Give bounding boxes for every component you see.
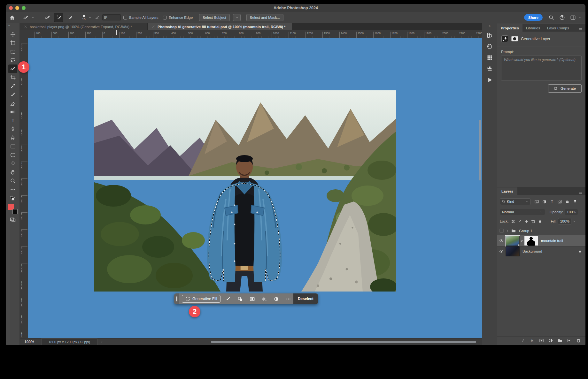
blend-mode-select[interactable]: Normal <box>500 209 545 215</box>
background-color-swatch[interactable] <box>12 209 18 214</box>
swap-colors-icon[interactable] <box>10 196 16 202</box>
tab-generative-fill-tutorial[interactable]: Photoshop AI generative fill tutorial.ps… <box>148 23 292 30</box>
chevron-right-icon[interactable] <box>100 340 104 344</box>
frame-filter-icon[interactable] <box>557 199 562 204</box>
folder-icon[interactable] <box>558 338 562 343</box>
collapse-panels-icon[interactable]: « <box>489 24 491 30</box>
close-icon[interactable] <box>151 25 155 29</box>
mask-icon[interactable] <box>250 296 255 302</box>
horizontal-scrollbar[interactable] <box>211 341 476 343</box>
image-filter-icon[interactable] <box>534 199 539 204</box>
selection-mode-new-button[interactable] <box>43 13 52 22</box>
visibility-toggle[interactable] <box>497 239 506 243</box>
type-tool[interactable]: T <box>8 116 17 125</box>
adjustment-filter-icon[interactable] <box>542 199 547 204</box>
tab-libraries[interactable]: Libraries <box>522 24 544 32</box>
chevron-down-icon[interactable] <box>31 16 35 19</box>
mask-icon[interactable] <box>539 338 544 343</box>
trash-icon[interactable] <box>576 338 581 343</box>
angle-input[interactable] <box>102 14 121 20</box>
lock-position-icon[interactable] <box>524 219 529 224</box>
panel-menu-icon[interactable] <box>578 27 583 32</box>
home-icon[interactable] <box>9 15 15 20</box>
layer-name[interactable]: Group 1 <box>519 229 532 233</box>
link-icon[interactable] <box>521 338 525 343</box>
custom-shape-tool[interactable] <box>8 159 17 168</box>
color-swatches[interactable] <box>8 204 18 214</box>
help-icon[interactable] <box>559 15 565 20</box>
adjustment-filter-icon[interactable] <box>548 338 553 343</box>
taskbar-drag-handle[interactable] <box>174 293 179 304</box>
brush-tool[interactable] <box>8 90 17 99</box>
enhance-edge-checkbox[interactable]: Enhance Edge <box>163 16 193 19</box>
move-tool[interactable] <box>8 30 17 39</box>
horizontal-ruler[interactable]: 4003002001000100200300400500600700800900… <box>28 30 482 38</box>
rectangle-tool[interactable] <box>8 142 17 151</box>
rect-marquee-tool[interactable] <box>8 47 17 56</box>
canvas[interactable]: Generative Fill Deselect <box>28 38 482 338</box>
layer-row-group1[interactable]: Group 1 <box>497 227 585 235</box>
workspace-icon[interactable] <box>570 15 576 20</box>
tab-basketball-player[interactable]: basketball player.png @ 100% (Generative… <box>20 23 148 30</box>
crop-tool[interactable] <box>8 73 17 82</box>
screen-mode-icon[interactable] <box>10 216 16 223</box>
generate-button[interactable]: Generate <box>548 84 582 93</box>
layer-thumbnail[interactable] <box>506 246 520 256</box>
share-button[interactable]: Share <box>524 14 543 21</box>
lock-artboard-icon[interactable] <box>531 219 535 224</box>
kind-filter-select[interactable]: Kind <box>500 198 530 205</box>
path-select-tool[interactable] <box>8 133 17 142</box>
document-photo[interactable] <box>94 90 396 292</box>
eraser-tool[interactable] <box>8 99 17 108</box>
zoom-level[interactable]: 100% <box>24 340 34 344</box>
brush-size-control[interactable]: 15 <box>82 15 86 20</box>
actions-panel-icon[interactable] <box>486 65 493 72</box>
more-tools-icon[interactable] <box>8 185 17 194</box>
selection-brush-tool[interactable] <box>8 64 17 73</box>
vertical-scrollbar[interactable] <box>479 120 481 180</box>
tab-layer-comps[interactable]: Layer Comps <box>544 24 572 32</box>
document-info[interactable]: 1800 px x 1200 px (72 ppi) <box>41 338 97 345</box>
chevron-down-icon[interactable] <box>88 16 92 19</box>
vertical-ruler[interactable]: 3 0 02 0 01 0 001 0 02 0 03 0 04 0 05 0 … <box>20 38 28 338</box>
fx-icon[interactable]: fx <box>530 338 535 343</box>
lasso-tool[interactable] <box>8 56 17 64</box>
hand-tool[interactable] <box>8 168 17 177</box>
opacity-value[interactable]: 100% <box>565 209 578 215</box>
gradient-tool[interactable] <box>8 108 17 116</box>
select-subject-dropdown[interactable] <box>233 14 241 21</box>
fill-bucket-icon[interactable] <box>261 296 267 302</box>
layer-row-mountain-trail[interactable]: mountain trail <box>497 235 585 246</box>
chevron-down-icon[interactable] <box>578 16 582 19</box>
smart-filter-icon[interactable] <box>565 199 570 204</box>
pen-tool[interactable] <box>8 125 17 133</box>
artboard-tool[interactable] <box>8 39 17 47</box>
pattern-panel-icon[interactable] <box>486 54 493 61</box>
select-subject-button[interactable]: Select Subject <box>199 14 230 21</box>
layer-name[interactable]: Background <box>522 249 542 253</box>
panel-menu-icon[interactable] <box>578 191 583 195</box>
lock-all-icon[interactable] <box>538 219 542 224</box>
color-panel-icon[interactable] <box>486 43 493 50</box>
selection-mode-add-button[interactable] <box>54 13 63 22</box>
taskbar-brush-icon[interactable] <box>225 296 231 302</box>
zoom-tool[interactable] <box>8 177 17 185</box>
layer-row-background[interactable]: Background <box>497 246 585 256</box>
generative-fill-button[interactable]: Generative Fill <box>182 295 220 303</box>
selection-mode-subtract-button[interactable] <box>66 13 74 22</box>
filter-toggle-icon[interactable] <box>573 199 577 204</box>
tab-properties[interactable]: Properties <box>497 24 522 32</box>
lock-pixels-icon[interactable] <box>518 219 522 224</box>
tab-layers[interactable]: Layers <box>497 187 517 195</box>
layer-mask-thumbnail[interactable] <box>524 236 538 246</box>
layer-name[interactable]: mountain trail <box>541 239 563 243</box>
type-filter-icon[interactable]: T <box>550 199 554 204</box>
play-icon[interactable] <box>486 77 493 83</box>
more-options-icon[interactable] <box>286 296 291 302</box>
expand-tools-icon[interactable]: » <box>6 24 10 30</box>
eyedropper-tool[interactable] <box>8 82 17 90</box>
prompt-input[interactable] <box>501 56 582 80</box>
select-and-mask-button[interactable]: Select and Mask... <box>246 14 284 21</box>
chevron-down-icon[interactable] <box>572 219 576 223</box>
invert-selection-icon[interactable] <box>237 296 243 302</box>
